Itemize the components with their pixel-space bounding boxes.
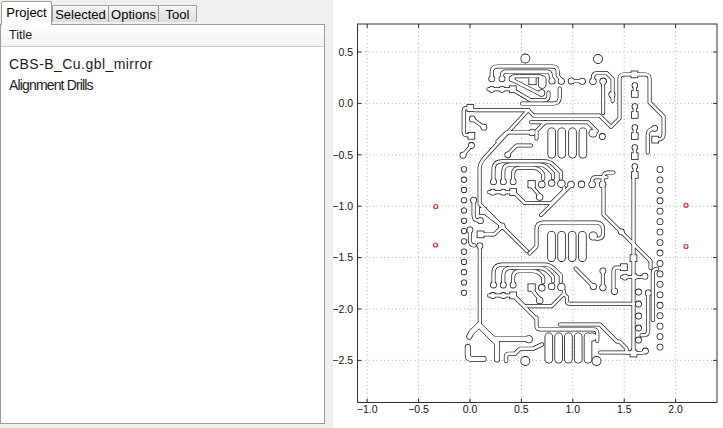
svg-text:−2.5: −2.5 (332, 354, 353, 366)
svg-text:1.5: 1.5 (617, 403, 632, 415)
svg-text:0.5: 0.5 (514, 403, 529, 415)
svg-text:0.0: 0.0 (463, 403, 478, 415)
svg-text:−1.0: −1.0 (357, 403, 378, 415)
svg-text:−0.5: −0.5 (408, 403, 429, 415)
svg-text:−1.5: −1.5 (332, 251, 353, 263)
svg-text:0.5: 0.5 (338, 46, 353, 58)
svg-text:−2.0: −2.0 (332, 303, 353, 315)
svg-text:−1.0: −1.0 (332, 200, 353, 212)
svg-text:2.0: 2.0 (668, 403, 683, 415)
svg-text:0.0: 0.0 (338, 97, 353, 109)
svg-text:1.0: 1.0 (565, 403, 580, 415)
svg-text:−0.5: −0.5 (332, 149, 353, 161)
